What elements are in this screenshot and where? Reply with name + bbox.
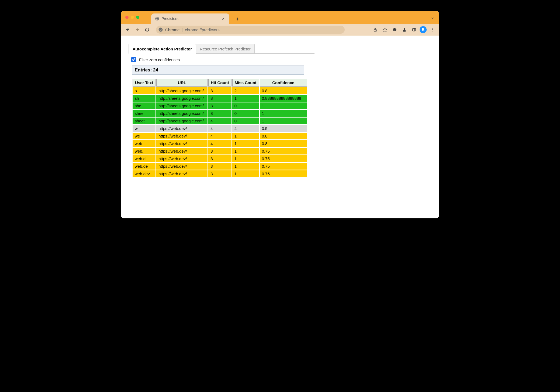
- extensions-button[interactable]: [390, 26, 399, 34]
- side-panel-button[interactable]: [410, 26, 418, 34]
- address-bar[interactable]: Chrome | chrome://predictors: [156, 26, 345, 34]
- cell-miss: 1: [232, 163, 259, 170]
- cell-conf: 0.8: [260, 133, 307, 139]
- table-row: web.dehttps://web.dev/310.75: [133, 163, 307, 170]
- cell-hit: 3: [208, 148, 231, 154]
- cell-miss: 1: [232, 95, 259, 102]
- back-button[interactable]: [124, 26, 132, 34]
- svg-rect-5: [412, 28, 415, 31]
- menu-button[interactable]: [428, 26, 436, 34]
- tab-title: Predictors: [161, 16, 178, 21]
- share-button[interactable]: [371, 26, 379, 34]
- titlebar: Predictors: [121, 11, 439, 24]
- cell-miss: 1: [232, 133, 259, 139]
- reload-button[interactable]: [143, 26, 151, 34]
- cell-user-text: web.: [133, 148, 155, 154]
- cell-miss: 0: [232, 118, 259, 124]
- cell-url: https://web.dev/: [156, 163, 208, 170]
- cell-hit: 4: [208, 118, 231, 124]
- globe-icon: [155, 16, 159, 21]
- filter-zero-confidences-label[interactable]: Filter zero confidences: [139, 57, 180, 62]
- cell-hit: 4: [208, 133, 231, 139]
- forward-button[interactable]: [133, 26, 141, 34]
- tab-resource-prefetch-predictor[interactable]: Resource Prefetch Predictor: [196, 44, 254, 54]
- new-tab-button[interactable]: [234, 15, 241, 23]
- table-row: web.devhttps://web.dev/310.75: [133, 170, 307, 177]
- cell-url: https://web.dev/: [156, 155, 208, 162]
- cell-url: https://web.dev/: [156, 140, 208, 147]
- col-hit-count[interactable]: Hit Count: [208, 79, 231, 87]
- col-user-text[interactable]: User Text: [133, 79, 155, 87]
- labs-button[interactable]: [400, 26, 408, 34]
- cell-conf: 0.75: [260, 163, 307, 170]
- cell-hit: 3: [208, 163, 231, 170]
- svg-point-6: [432, 28, 433, 29]
- table-row: wehttps://web.dev/410.8: [133, 133, 307, 139]
- close-window-button[interactable]: [125, 16, 129, 19]
- fullscreen-window-button[interactable]: [136, 16, 139, 19]
- cell-hit: 8: [208, 110, 231, 117]
- table-row: web.dhttps://web.dev/310.75: [133, 155, 307, 162]
- cell-hit: 3: [208, 155, 231, 162]
- cell-hit: 4: [208, 125, 231, 132]
- minimize-window-button[interactable]: [131, 16, 134, 19]
- col-miss-count[interactable]: Miss Count: [232, 79, 259, 87]
- cell-miss: 0: [232, 110, 259, 117]
- table-row: sheehttp://sheets.google.com/801: [133, 110, 307, 117]
- cell-conf: 0.8: [260, 140, 307, 147]
- tab-overflow-button[interactable]: [429, 15, 436, 22]
- table-row: web.https://web.dev/310.75: [133, 148, 307, 154]
- bookmark-button[interactable]: [381, 26, 389, 34]
- filter-zero-confidences-checkbox[interactable]: [131, 57, 136, 62]
- cell-url: http://sheets.google.com/: [156, 87, 208, 94]
- cell-miss: 0: [232, 102, 259, 109]
- cell-url: https://web.dev/: [156, 125, 208, 132]
- cell-conf: 0.8888888888888888: [260, 95, 307, 102]
- table-header-row: User Text URL Hit Count Miss Count Confi…: [133, 79, 307, 87]
- cell-miss: 4: [232, 125, 259, 132]
- cell-miss: 1: [232, 148, 259, 154]
- svg-point-8: [432, 31, 433, 32]
- page-tabs: Autocomplete Action Predictor Resource P…: [129, 44, 314, 54]
- table-row: whttps://web.dev/440.5: [133, 125, 307, 132]
- browser-tab[interactable]: Predictors: [151, 13, 229, 24]
- cell-conf: 1: [260, 102, 307, 109]
- cell-user-text: shee: [133, 110, 155, 117]
- cell-user-text: web: [133, 140, 155, 147]
- cell-conf: 0.75: [260, 155, 307, 162]
- profile-avatar[interactable]: B: [420, 26, 427, 33]
- cell-hit: 3: [208, 170, 231, 177]
- cell-conf: 1: [260, 118, 307, 124]
- table-row: shhttp://sheets.google.com/810.888888888…: [133, 95, 307, 102]
- browser-window: Predictors: [121, 11, 439, 218]
- close-tab-button[interactable]: [221, 16, 226, 21]
- cell-user-text: s: [133, 87, 155, 94]
- cell-conf: 0.8: [260, 87, 307, 94]
- table-row: sheethttp://sheets.google.com/401: [133, 118, 307, 124]
- table-row: shttp://sheets.google.com/820.8: [133, 87, 307, 94]
- address-url: chrome://predictors: [185, 27, 219, 32]
- cell-conf: 0.75: [260, 148, 307, 154]
- avatar-letter: B: [422, 27, 424, 32]
- table-row: shehttp://sheets.google.com/801: [133, 102, 307, 109]
- col-confidence[interactable]: Confidence: [260, 79, 307, 87]
- cell-user-text: we: [133, 133, 155, 139]
- svg-point-3: [160, 29, 161, 30]
- cell-conf: 0.5: [260, 125, 307, 132]
- tab-autocomplete-action-predictor[interactable]: Autocomplete Action Predictor: [129, 44, 196, 54]
- cell-user-text: web.dev: [133, 170, 155, 177]
- chrome-icon: [158, 27, 163, 32]
- cell-user-text: sheet: [133, 118, 155, 124]
- address-prefix: Chrome: [165, 27, 179, 32]
- address-separator: |: [182, 27, 183, 32]
- cell-user-text: web.de: [133, 163, 155, 170]
- cell-url: http://sheets.google.com/: [156, 102, 208, 109]
- cell-user-text: w: [133, 125, 155, 132]
- entry-count: Entries: 24: [132, 66, 304, 75]
- col-url[interactable]: URL: [156, 79, 208, 87]
- cell-hit: 4: [208, 140, 231, 147]
- cell-hit: 8: [208, 102, 231, 109]
- cell-miss: 2: [232, 87, 259, 94]
- cell-url: http://sheets.google.com/: [156, 95, 208, 102]
- cell-url: https://web.dev/: [156, 170, 208, 177]
